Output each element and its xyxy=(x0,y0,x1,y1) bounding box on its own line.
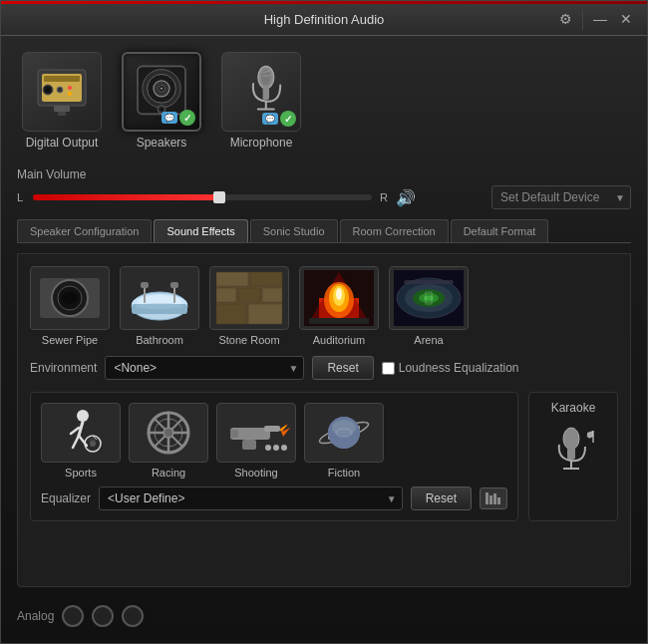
env-item-bathroom[interactable]: Bathroom xyxy=(120,266,199,346)
settings-button[interactable]: ⚙ xyxy=(556,10,574,28)
equalizer-section: Sports xyxy=(30,392,618,521)
eq-select[interactable]: <User Define> xyxy=(99,486,403,510)
auditorium-icon-box xyxy=(299,266,379,330)
microphone-status: 💬 ✓ xyxy=(262,111,296,127)
svg-point-5 xyxy=(57,87,63,93)
shooting-label: Shooting xyxy=(234,467,277,479)
svg-rect-86 xyxy=(264,426,280,432)
svg-rect-88 xyxy=(230,430,238,438)
analog-circle-2 xyxy=(92,605,114,627)
svg-rect-99 xyxy=(486,492,488,504)
environment-icons: Sewer Pipe xyxy=(30,266,618,346)
environment-label: Environment xyxy=(30,361,97,375)
sports-icon xyxy=(45,406,117,460)
svg-point-61 xyxy=(424,296,434,301)
environment-select[interactable]: <None> xyxy=(105,356,304,380)
speakers-label: Speakers xyxy=(137,136,187,150)
eq-item-fiction[interactable]: Fiction xyxy=(304,403,384,479)
tab-room-correction[interactable]: Room Correction xyxy=(340,219,449,242)
eq-item-racing[interactable]: Racing xyxy=(129,403,208,479)
svg-point-89 xyxy=(265,445,271,451)
device-microphone[interactable]: 💬 ✓ Microphone xyxy=(216,52,306,150)
volume-slider[interactable] xyxy=(33,194,372,200)
speakers-status: 💬 ✓ xyxy=(162,110,195,126)
tab-sonic-studio[interactable]: Sonic Studio xyxy=(250,219,338,242)
env-item-stone-room[interactable]: Stone Room xyxy=(209,266,289,346)
eq-select-wrapper: <User Define> ▼ xyxy=(99,486,403,510)
microphone-check-icon: ✓ xyxy=(280,111,296,127)
default-device-select[interactable]: Set Default Device xyxy=(491,185,631,209)
svg-rect-105 xyxy=(567,448,575,460)
svg-point-91 xyxy=(281,445,287,451)
equalizer-controls: Equalizer <User Define> ▼ Reset xyxy=(41,486,507,510)
arena-icon-box xyxy=(389,266,469,330)
svg-rect-42 xyxy=(216,272,248,286)
arena-label: Arena xyxy=(414,334,443,346)
auditorium-label: Auditorium xyxy=(313,334,366,346)
environment-reset-button[interactable]: Reset xyxy=(312,356,373,380)
svg-rect-19 xyxy=(263,87,269,100)
digital-output-icon-box xyxy=(22,52,102,132)
sewer-pipe-icon-box xyxy=(30,266,110,330)
loudness-checkbox[interactable] xyxy=(382,362,395,375)
minimize-button[interactable]: — xyxy=(591,10,609,28)
volume-thumb[interactable] xyxy=(213,191,225,203)
title-bar-controls: ⚙ — ✕ xyxy=(556,10,635,30)
fiction-icon xyxy=(308,406,380,460)
svg-rect-2 xyxy=(44,76,80,82)
auditorium-icon xyxy=(304,270,374,326)
eq-reset-button[interactable]: Reset xyxy=(411,486,472,510)
fiction-label: Fiction xyxy=(328,467,360,479)
racing-icon-box xyxy=(129,403,208,463)
svg-point-54 xyxy=(336,288,342,300)
arena-icon xyxy=(394,270,464,326)
env-item-arena[interactable]: Arena xyxy=(389,266,469,346)
device-row: Digital Output 💬 xyxy=(17,48,631,158)
bathroom-icon xyxy=(125,270,194,326)
svg-rect-63 xyxy=(404,280,454,284)
svg-rect-101 xyxy=(493,493,496,504)
karaoke-icon xyxy=(541,421,605,477)
volume-row: L R 🔊 Set Default Device ▼ xyxy=(17,185,631,209)
svg-point-7 xyxy=(68,92,72,96)
bathroom-icon-box xyxy=(120,266,199,330)
svg-point-35 xyxy=(136,303,183,309)
env-item-sewer-pipe[interactable]: Sewer Pipe xyxy=(30,266,110,346)
tab-sound-effects[interactable]: Sound Effects xyxy=(154,219,247,242)
racing-icon xyxy=(133,406,204,460)
svg-point-29 xyxy=(62,292,78,304)
close-button[interactable]: ✕ xyxy=(617,10,635,28)
title-bar: High Definition Audio ⚙ — ✕ xyxy=(1,4,647,36)
svg-point-90 xyxy=(273,445,279,451)
stone-room-icon-box xyxy=(209,266,289,330)
device-digital-output[interactable]: Digital Output xyxy=(17,52,107,150)
svg-rect-102 xyxy=(497,497,500,504)
sports-label: Sports xyxy=(65,467,97,479)
speakers-icon-box: 💬 ✓ xyxy=(122,52,201,132)
equalizer-left: Sports xyxy=(30,392,518,521)
eq-item-sports[interactable]: Sports xyxy=(41,403,121,479)
fiction-icon-box xyxy=(304,403,384,463)
stone-room-label: Stone Room xyxy=(218,334,279,346)
env-item-auditorium[interactable]: Auditorium xyxy=(299,266,379,346)
svg-rect-44 xyxy=(216,288,236,302)
left-label: L xyxy=(17,191,25,203)
svg-rect-46 xyxy=(262,288,282,302)
main-window: High Definition Audio ⚙ — ✕ xyxy=(0,0,648,644)
eq-item-karaoke[interactable] xyxy=(541,421,605,477)
tab-default-format[interactable]: Default Format xyxy=(451,219,549,242)
eq-grid-icon xyxy=(485,491,502,505)
tab-speaker-config[interactable]: Speaker Configuration xyxy=(17,219,152,242)
racing-label: Racing xyxy=(152,467,185,479)
device-speakers[interactable]: 💬 ✓ Speakers xyxy=(117,52,206,150)
stone-room-icon xyxy=(214,270,284,326)
analog-circle-3 xyxy=(122,605,144,627)
eq-grid-button[interactable] xyxy=(480,487,507,509)
svg-rect-39 xyxy=(170,282,178,288)
volume-label: Main Volume xyxy=(17,167,631,181)
analog-label: Analog xyxy=(17,609,54,623)
svg-rect-47 xyxy=(216,304,246,324)
svg-rect-43 xyxy=(250,272,282,286)
eq-item-shooting[interactable]: Shooting xyxy=(216,403,296,479)
tabs: Speaker Configuration Sound Effects Soni… xyxy=(17,219,631,243)
